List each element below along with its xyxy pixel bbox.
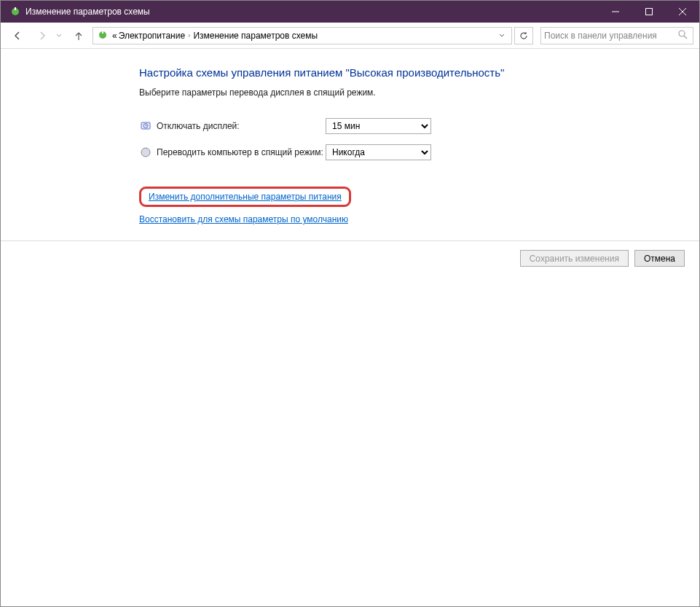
- address-bar[interactable]: « Электропитание › Изменение параметров …: [93, 27, 512, 44]
- search-bar[interactable]: [540, 27, 693, 44]
- search-icon: [678, 30, 690, 42]
- sleep-label: Переводить компьютер в спящий режим:: [157, 147, 326, 157]
- footer-buttons: Сохранить изменения Отмена: [1, 240, 699, 275]
- app-icon: [9, 6, 21, 17]
- window-title: Изменение параметров схемы: [25, 7, 599, 17]
- breadcrumb-item-plan[interactable]: Изменение параметров схемы: [192, 31, 319, 41]
- power-icon: [98, 30, 109, 42]
- close-button[interactable]: [666, 1, 699, 23]
- sleep-icon: [139, 146, 152, 159]
- page-heading: Настройка схемы управления питанием "Выс…: [139, 66, 649, 79]
- up-button[interactable]: [68, 25, 90, 47]
- svg-point-15: [141, 148, 150, 157]
- navbar: « Электропитание › Изменение параметров …: [1, 23, 699, 49]
- breadcrumb-prefix: «: [112, 31, 117, 41]
- maximize-button[interactable]: [632, 1, 666, 23]
- links-area: Изменить дополнительные параметры питани…: [139, 187, 649, 224]
- breadcrumb-item-power[interactable]: Электропитание: [117, 31, 186, 41]
- display-off-label: Отключать дисплей:: [157, 121, 326, 131]
- svg-point-9: [679, 31, 685, 36]
- cancel-button[interactable]: Отмена: [634, 250, 685, 267]
- svg-line-10: [684, 36, 687, 39]
- svg-rect-8: [102, 31, 103, 34]
- svg-rect-3: [646, 9, 653, 15]
- page-subheading: Выберите параметры перевода дисплея в сп…: [139, 87, 649, 98]
- back-button[interactable]: [7, 25, 28, 47]
- display-off-row: Отключать дисплей: 15 мин: [139, 118, 649, 134]
- forward-button[interactable]: [31, 25, 53, 47]
- svg-rect-1: [15, 7, 16, 10]
- search-input[interactable]: [544, 31, 678, 41]
- window-controls: [599, 1, 699, 23]
- display-icon: [139, 120, 152, 133]
- save-button[interactable]: Сохранить изменения: [520, 250, 629, 267]
- refresh-button[interactable]: [514, 27, 533, 44]
- content-area: Настройка схемы управления питанием "Выс…: [1, 49, 699, 275]
- restore-defaults-link[interactable]: Восстановить для схемы параметры по умол…: [139, 214, 348, 224]
- history-dropdown[interactable]: [56, 31, 65, 41]
- highlight-annotation: Изменить дополнительные параметры питани…: [139, 187, 351, 207]
- address-dropdown[interactable]: [494, 28, 510, 44]
- sleep-select[interactable]: Никогда: [326, 144, 431, 160]
- display-off-select[interactable]: 15 мин: [326, 118, 431, 134]
- advanced-settings-link[interactable]: Изменить дополнительные параметры питани…: [149, 192, 342, 202]
- sleep-row: Переводить компьютер в спящий режим: Ник…: [139, 144, 649, 160]
- titlebar: Изменение параметров схемы: [1, 1, 699, 23]
- chevron-right-icon: ›: [188, 31, 190, 39]
- minimize-button[interactable]: [599, 1, 632, 23]
